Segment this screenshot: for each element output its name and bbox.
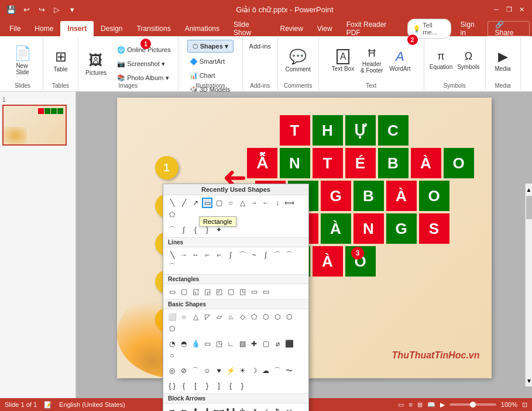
bs-diag-stripe[interactable]: ▧ [237,339,248,349]
bs-heart[interactable]: ♥ [214,365,224,376]
ba-bent-up[interactable]: ↰ [272,406,283,411]
textbox-button[interactable]: A Text Box [330,40,356,81]
bs-oval[interactable]: ○ [179,312,189,322]
bs-hexagon[interactable]: ⬡ [260,312,271,322]
addins-button[interactable]: Add-ins [247,40,273,53]
bs-teardrop[interactable]: 💧 [190,339,201,349]
scroll-thumb[interactable] [526,196,532,219]
rect-two-diag[interactable]: ◳ [237,286,248,297]
rect-basic[interactable]: ▭ [167,286,177,297]
scroll-up-button[interactable]: ▲ [526,184,532,195]
rect-snip[interactable]: ◱ [190,286,201,297]
notes-icon[interactable]: 📝 [44,401,52,409]
ba-diag[interactable]: ↗ [249,406,259,411]
bs-noshape[interactable]: ⊘ [179,365,189,376]
line-arrow[interactable]: → [179,250,189,260]
ba-diag2[interactable]: ↙ [260,406,271,411]
vertical-scrollbar[interactable]: ▲ ▼ [525,184,532,386]
shape-round-rect[interactable]: ▢ [214,198,224,208]
bs-triangle[interactable]: △ [190,312,201,322]
ba-down[interactable]: ⬇ [202,406,212,411]
tab-design[interactable]: Design [94,21,129,36]
redo-qat-button[interactable]: ↪ [35,3,48,16]
minimize-button[interactable]: ─ [491,4,502,15]
slidesorter-button[interactable]: ⊞ [417,401,423,409]
bs-moon[interactable]: ☽ [249,365,259,376]
bs-lightning[interactable]: ⚡ [225,365,236,376]
tab-insert[interactable]: Insert [60,21,94,36]
shape-ltarrow[interactable]: ← [260,198,271,208]
bs-pentagon[interactable]: ⬠ [249,312,259,322]
wordart-button[interactable]: A WordArt [387,40,413,81]
shape-line2[interactable]: ╱ [179,198,189,208]
bs-brace-r[interactable]: } [202,381,212,391]
bs-pie[interactable]: ◔ [167,339,177,349]
bs-frame[interactable]: ▭ [202,339,212,349]
bs-rightbrace[interactable]: } [237,381,248,391]
bs-chord[interactable]: ◓ [179,339,189,349]
bs-octagon[interactable]: ⬡ [284,312,294,322]
bs-decagon[interactable]: ⬡ [167,323,177,334]
new-slide-button[interactable]: 📄 NewSlide [10,40,36,81]
share-button[interactable]: 🔗 Share [488,21,530,36]
bs-heptagon[interactable]: ⬡ [272,312,283,322]
sign-in-button[interactable]: Sign in [454,21,488,36]
bs-smiley[interactable]: ☺ [202,365,212,376]
screenshot-button[interactable]: 📷 Screenshot ▾ [115,57,173,70]
line-elbow2[interactable]: ⌐ [214,250,224,260]
fit-slide-button[interactable]: ⊡ [522,401,527,409]
line-curve[interactable]: ∫ [225,250,236,260]
bs-bead[interactable]: ○ [167,350,177,361]
rect-rounded[interactable]: ▢ [179,286,189,297]
rect-diag[interactable]: ◰ [214,286,224,297]
bs-cube[interactable]: ⬛ [284,339,294,349]
undo-qat-button[interactable]: ↩ [20,3,33,16]
shape-curve[interactable]: ∫ [179,225,189,235]
close-button[interactable]: ✕ [517,4,527,15]
bs-donut[interactable]: ◎ [167,365,177,376]
bs-bracket-r[interactable]: ] [214,381,224,391]
line-elbow[interactable]: ⌐ [202,250,212,260]
ba-ud[interactable]: ⬆⬇ [225,406,236,411]
shape-dblrtarrow[interactable]: ⟺ [284,198,294,208]
bs-wave[interactable]: 〜 [284,365,294,376]
bs-text[interactable]: ⬜ [167,312,177,322]
shape-dnarrow[interactable]: ↓ [272,198,283,208]
ba-4way[interactable]: ✛ [237,406,248,411]
bs-cloud[interactable]: ☁ [260,365,271,376]
line-freeform[interactable]: ⌒ [237,250,248,260]
line-curve2[interactable]: ∫ [260,250,271,260]
bs-leftbrace[interactable]: { [225,381,236,391]
tab-transitions[interactable]: Transitions [129,21,177,36]
bs-bracket-l[interactable]: [ [190,381,201,391]
bs-plaque[interactable]: ▢ [260,339,271,349]
symbols-button[interactable]: Ω Symbols [455,40,481,81]
equation-button[interactable]: π Equation [428,40,454,81]
ba-up[interactable]: ⬆ [190,406,201,411]
chart-button[interactable]: 📊 Chart [187,69,218,82]
bs-corner[interactable]: ∟ [225,339,236,349]
shape-triangle[interactable]: △ [237,198,248,208]
outline-view-button[interactable]: ≡ [409,401,412,408]
shape-rectangle[interactable]: ▭ [202,198,212,208]
bs-dobrace[interactable]: { } [167,381,177,391]
tab-foxit[interactable]: Foxit Reader PDF [339,21,406,36]
rect-one-round[interactable]: ▢ [225,286,236,297]
save-qat-button[interactable]: 💾 [5,3,18,16]
line-conn[interactable]: ⌒ [272,250,283,260]
shape-arc[interactable]: ⌒ [167,225,177,235]
shape-pentagon[interactable]: ⬠ [167,209,177,220]
pictures-button[interactable]: 🖼 Pictures 1 [82,43,110,84]
bs-diamond[interactable]: ◇ [237,312,248,322]
tab-file[interactable]: File [2,21,28,36]
bs-arc[interactable]: ⌒ [272,365,283,376]
restore-button[interactable]: ❐ [504,4,514,15]
ba-lr[interactable]: ⬅➡ [214,406,224,411]
line-straight[interactable]: ╲ [167,250,177,260]
slide-thumbnail-1[interactable] [2,105,67,146]
ba-left[interactable]: ⬅ [179,406,189,411]
bs-rt-triangle[interactable]: ◸ [202,312,212,322]
ba-uturn[interactable]: ↩ [284,406,294,411]
bs-trapezoid[interactable]: ⏢ [225,312,236,322]
shape-oval[interactable]: ○ [225,198,236,208]
